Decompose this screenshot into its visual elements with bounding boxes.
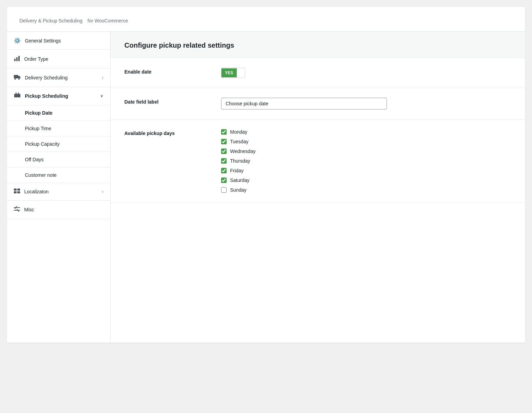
enable-date-toggle[interactable]: YES [221, 68, 245, 78]
svg-rect-3 [14, 75, 18, 78]
checkbox-thursday-input[interactable] [221, 158, 227, 164]
toggle-yes-label: YES [221, 68, 237, 77]
checkbox-sunday[interactable]: Sunday [221, 187, 511, 193]
svg-point-4 [15, 78, 16, 80]
checkbox-list: Monday Tuesday Wednesday Thursda [221, 129, 511, 193]
checkbox-thursday[interactable]: Thursday [221, 158, 511, 164]
date-field-control [221, 98, 511, 109]
sidebar-label-localization: Localizaton [24, 189, 49, 194]
checkbox-saturday-input[interactable] [221, 177, 227, 183]
checkbox-thursday-label: Thursday [230, 158, 250, 164]
main-content: Configure pickup related settings Enable… [111, 32, 525, 343]
date-field-label-text: Date field label [124, 98, 221, 105]
checkbox-saturday[interactable]: Saturday [221, 177, 511, 183]
sidebar-sub-item-pickup-capacity[interactable]: Pickup Capacity [7, 136, 110, 152]
section-header: Configure pickup related settings [111, 32, 525, 58]
chevron-right-icon: › [102, 75, 103, 80]
pickup-scheduling-icon [14, 93, 21, 99]
sidebar-item-delivery-scheduling[interactable]: Delivery Scheduling › [7, 69, 110, 87]
checkbox-tuesday-label: Tuesday [230, 139, 248, 144]
sidebar-item-localization[interactable]: Localizaton › [7, 183, 110, 201]
main-layout: ⚙️ General Settings Order Type [7, 32, 525, 343]
svg-rect-11 [14, 191, 17, 193]
date-field-label-row: Date field label [111, 88, 525, 119]
chevron-down-icon: ∨ [100, 94, 103, 98]
sub-label-pickup-capacity: Pickup Capacity [25, 141, 59, 147]
localization-chevron-icon: › [102, 189, 103, 194]
svg-rect-1 [16, 57, 18, 61]
sub-label-customer-note: Customer note [25, 172, 57, 178]
sidebar-label-general-settings: General Settings [25, 38, 61, 44]
page-wrapper: Delivery & Pickup Scheduling for WooComm… [7, 7, 525, 343]
sub-label-pickup-time: Pickup Time [25, 126, 51, 131]
checkbox-monday-label: Monday [230, 129, 247, 135]
enable-date-label: Enable date [124, 68, 221, 75]
svg-rect-10 [17, 189, 20, 191]
checkbox-saturday-label: Saturday [230, 177, 249, 183]
checkbox-wednesday[interactable]: Wednesday [221, 148, 511, 154]
order-type-icon [14, 55, 20, 63]
available-days-control: Monday Tuesday Wednesday Thursda [221, 129, 511, 193]
checkbox-sunday-input[interactable] [221, 187, 227, 193]
sidebar-sub-item-pickup-date[interactable]: Pickup Date [7, 105, 110, 121]
checkbox-sunday-label: Sunday [230, 187, 246, 193]
date-field-input[interactable] [221, 98, 387, 109]
sidebar: ⚙️ General Settings Order Type [7, 32, 111, 343]
sidebar-label-order-type: Order Type [24, 56, 48, 62]
enable-date-control: YES [221, 68, 511, 78]
checkbox-tuesday[interactable]: Tuesday [221, 139, 511, 144]
sidebar-sub-item-pickup-time[interactable]: Pickup Time [7, 121, 110, 136]
page-header: Delivery & Pickup Scheduling for WooComm… [7, 7, 525, 32]
checkbox-monday[interactable]: Monday [221, 129, 511, 135]
available-days-label: Available pickup days [124, 129, 221, 136]
svg-rect-0 [14, 59, 16, 61]
svg-rect-6 [14, 94, 20, 97]
sidebar-label-pickup-scheduling: Pickup Scheduling [25, 93, 68, 99]
checkbox-wednesday-input[interactable] [221, 148, 227, 154]
checkbox-friday-input[interactable] [221, 168, 227, 173]
gear-icon: ⚙️ [14, 37, 21, 44]
checkbox-friday[interactable]: Friday [221, 168, 511, 173]
sidebar-label-misc: Misc [24, 207, 34, 212]
svg-rect-2 [18, 56, 20, 61]
svg-rect-7 [16, 93, 17, 95]
svg-rect-12 [17, 191, 20, 193]
misc-icon [14, 206, 20, 213]
toggle-handle [237, 68, 245, 78]
localization-icon [14, 189, 20, 195]
enable-date-row: Enable date YES [111, 58, 525, 88]
sub-label-off-days: Off Days [25, 157, 44, 162]
sidebar-sub-item-customer-note[interactable]: Customer note [7, 167, 110, 183]
delivery-truck-icon [14, 74, 21, 81]
checkbox-tuesday-input[interactable] [221, 139, 227, 144]
svg-point-5 [18, 78, 20, 80]
sidebar-item-order-type[interactable]: Order Type [7, 50, 110, 69]
title-main: Delivery & Pickup Scheduling [19, 18, 83, 23]
available-days-row: Available pickup days Monday Tuesday [111, 119, 525, 203]
sidebar-label-delivery-scheduling: Delivery Scheduling [25, 75, 68, 80]
sidebar-item-misc[interactable]: Misc [7, 201, 110, 219]
sub-label-pickup-date: Pickup Date [25, 110, 53, 116]
title-subtitle: for WooCommerce [87, 18, 128, 23]
checkbox-friday-label: Friday [230, 168, 244, 173]
section-title: Configure pickup related settings [124, 41, 511, 49]
checkbox-monday-input[interactable] [221, 129, 227, 135]
svg-rect-8 [18, 93, 19, 95]
sidebar-item-general-settings[interactable]: ⚙️ General Settings [7, 32, 110, 50]
checkbox-wednesday-label: Wednesday [230, 148, 256, 154]
sidebar-sub-item-off-days[interactable]: Off Days [7, 152, 110, 167]
sidebar-item-pickup-scheduling[interactable]: Pickup Scheduling ∨ [7, 87, 110, 105]
page-title: Delivery & Pickup Scheduling for WooComm… [17, 15, 515, 25]
svg-rect-9 [14, 189, 17, 191]
